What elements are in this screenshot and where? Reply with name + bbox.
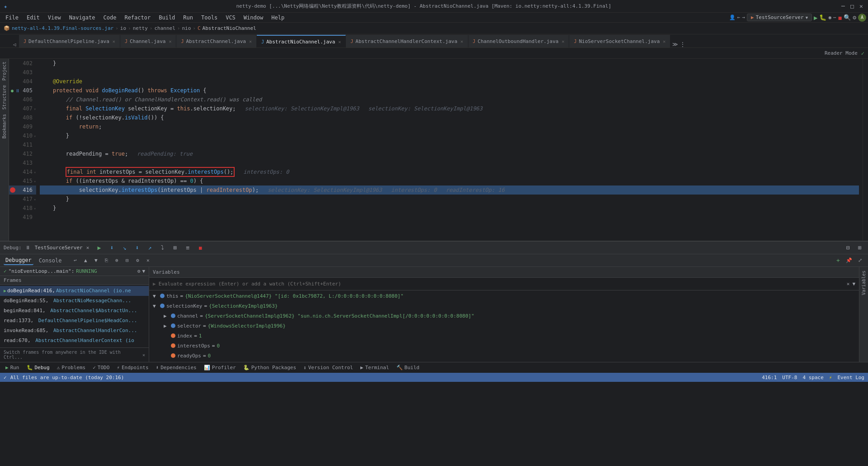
settings-button[interactable]: ⚙ [853,14,856,21]
breadcrumb-io[interactable]: io [120,25,126,31]
menu-code[interactable]: Code [100,14,120,22]
menu-edit[interactable]: Edit [23,14,43,22]
filter-frames[interactable]: ⊚ [112,256,121,265]
breadcrumb-nio[interactable]: nio [182,25,191,31]
tab-close-6[interactable]: ✕ [561,39,564,44]
force-step-into-button[interactable]: ⬇ [132,243,142,252]
debugger-tab[interactable]: Debugger [4,256,33,265]
dependencies-tool[interactable]: ⬇ Dependencies [152,363,200,373]
run-to-cursor-button[interactable]: ⤵ [158,243,167,252]
trace-button[interactable]: ≡ [183,243,192,252]
bookmarks-label[interactable]: Bookmarks [1,112,8,140]
restore-frames-icon[interactable]: ↩ [71,256,80,265]
forward-button[interactable]: → [742,14,745,20]
tab-nioserversocketchannel[interactable]: J NioServerSocketChannel.java ✕ [569,35,670,48]
reader-mode-label[interactable]: Reader Mode [825,50,858,56]
var-index[interactable]: index = 1 [149,331,859,341]
tab-close-3[interactable]: ✕ [249,39,252,44]
endpoints-tool[interactable]: ⚡ Endpoints [113,363,152,373]
close-debug-tab[interactable]: ✕ [143,256,152,265]
project-panel-toggle[interactable]: ◁ [10,42,19,48]
menu-view[interactable]: View [44,14,65,22]
tab-close-1[interactable]: ✕ [113,39,115,44]
encoding-label[interactable]: UTF-8 [782,375,797,380]
evaluate-expr-button[interactable]: ⊞ [170,243,179,252]
debug-run-button[interactable]: 🐛 [819,14,826,21]
tab-abstractchannelhandlercontext[interactable]: J AbstractChannelHandlerContext.java ✕ [346,35,468,48]
search-button[interactable]: 🔍 [844,14,851,21]
build-tool[interactable]: 🔨 Build [393,363,423,373]
menu-refactor[interactable]: Refactor [121,14,154,22]
resume-button[interactable]: ▶ [94,243,104,252]
cursor-position[interactable]: 416:1 [762,375,777,380]
menu-vcs[interactable]: VCS [222,14,239,22]
breadcrumb-classname[interactable]: AbstractNioChannel [203,25,256,31]
breadcrumb-jar[interactable]: netty-all-4.1.39.Final-sources.jar [12,25,113,31]
menu-run[interactable]: Run [179,14,197,22]
var-interestops[interactable]: interestOps = 0 [149,341,859,351]
menu-help[interactable]: Help [268,14,288,22]
tab-channeloutboundhandler[interactable]: J ChannelOutboundHandler.java ✕ [468,35,570,48]
step-over-button[interactable]: ⬇ [107,243,116,252]
run-button[interactable]: ▶ [814,14,817,21]
frames-nav-down[interactable]: ▼ [91,256,100,265]
step-into-button[interactable]: ↘ [120,243,129,252]
expr-dropdown[interactable]: ▼ [852,281,855,287]
menu-tools[interactable]: Tools [198,14,221,22]
back-button[interactable]: ← [737,14,741,20]
project-label[interactable]: Project [1,60,8,82]
var-selector[interactable]: ▶ selector = {WindowsSelectorImpl@1996} [149,321,859,331]
variables-panel-label[interactable]: Variables [860,269,867,297]
expand-button[interactable]: ⊞ [855,243,864,252]
debug-close-btn[interactable]: ✕ [86,245,90,251]
tab-close-2[interactable]: ✕ [169,39,171,44]
tabs-menu-button[interactable]: ⋮ [680,41,685,48]
problems-tool[interactable]: ⚠ Problems [53,363,90,373]
python-packages-tool[interactable]: 🐍 Python Packages [240,363,300,373]
maximize-button[interactable]: □ [849,3,855,10]
step-out-button[interactable]: ↗ [145,243,154,252]
menu-build[interactable]: Build [155,14,179,22]
stop-button[interactable]: ◼ [838,14,842,21]
expand-panel-button[interactable]: ⤢ [855,256,864,265]
console-tab[interactable]: Console [37,257,64,265]
event-log-label[interactable]: Event Log [837,375,864,380]
todo-tool[interactable]: ✓ TODO [89,363,113,373]
tab-abstractniochannel[interactable]: J AbstractNioChannel.java ✕ [257,35,346,48]
close-button[interactable]: ✕ [858,3,864,10]
var-channel[interactable]: ▶ channel = {ServerSocketChannelImpl@196… [149,311,859,321]
line-ending-label[interactable]: 4 space [802,375,823,380]
var-selectionkey[interactable]: ▼ selectionKey = {SelectionKeyImpl@1963} [149,301,859,311]
frame-item-0[interactable]: ▶ doBeginRead:416, AbstractNioChannel (i… [0,286,149,296]
coverage-button[interactable]: ◉ [828,14,831,20]
var-this[interactable]: ▼ this = {NioServerSocketChannel@1447} "… [149,291,859,301]
switch-frames-close[interactable]: ✕ [142,352,145,357]
debug-tool[interactable]: 🐛 Debug [23,363,53,373]
tab-close-7[interactable]: ✕ [663,39,665,44]
thread-dropdown[interactable]: ▼ [142,268,145,274]
restore-button[interactable]: ⊟ [844,243,853,252]
frame-item-1[interactable]: doBeginRead:55, AbstractNioMessageChann.… [0,296,149,306]
frame-item-5[interactable]: read:670, AbstractChannelHandlerContext … [0,336,149,346]
frames-nav-up[interactable]: ▲ [81,256,90,265]
structure-label[interactable]: Structure [1,83,8,111]
var-valid[interactable]: valid = true [149,361,859,362]
run-config-selector[interactable]: ▶ TestSourceServer ▼ [747,14,812,21]
menu-file[interactable]: File [2,14,22,22]
clear-expr-button[interactable]: ✕ [847,281,850,287]
profiler-tool[interactable]: 📊 Profiler [200,363,240,373]
pin-to-top-button[interactable]: 📌 [844,256,854,265]
settings-debug-icon[interactable]: ⚙ [133,256,142,265]
copy-frames[interactable]: ⎘ [102,256,111,265]
expression-input[interactable] [159,281,844,287]
breadcrumb-netty[interactable]: netty [133,25,148,31]
tab-abstractchannel[interactable]: J AbstractChannel.java ✕ [176,35,257,48]
terminal-tool[interactable]: ▶ Terminal [357,363,393,373]
more-tabs-button[interactable]: ≫ [672,41,678,48]
menu-window[interactable]: Window [240,14,267,22]
tab-defaultchannelpipeline[interactable]: J DefaultChannelPipeline.java ✕ [19,35,120,48]
frame-item-2[interactable]: beginRead:841, AbstractChannel$AbstractU… [0,306,149,316]
frame-item-3[interactable]: read:1373, DefaultChannelPipeline$HeadCo… [0,316,149,326]
breadcrumb-channel[interactable]: channel [154,25,175,31]
filter-threads-icon[interactable]: ⚙ [137,268,141,274]
